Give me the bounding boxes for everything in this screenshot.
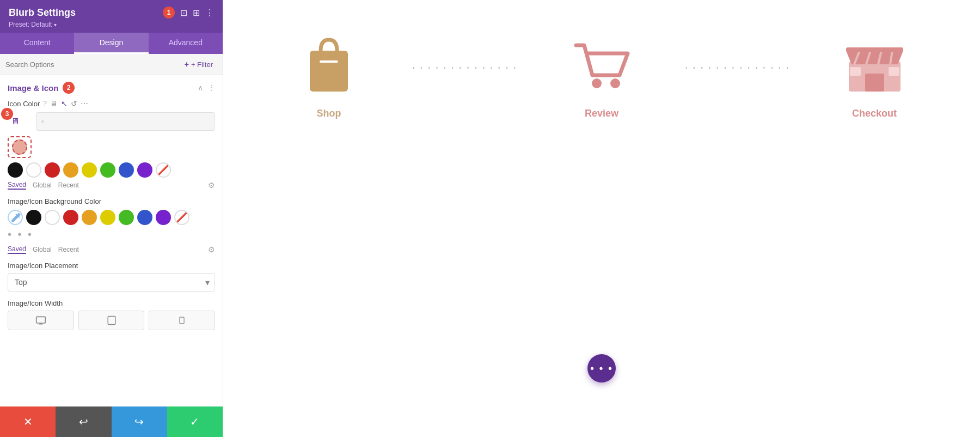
- width-btn-desktop[interactable]: [8, 311, 74, 330]
- checkout-icon-wrap: [842, 33, 907, 98]
- action-bar: ✕ ↩ ↪ ✓: [0, 406, 223, 437]
- separator-1: • • • • • • • • • • • • • •: [413, 59, 518, 93]
- bg-swatch-blue[interactable]: [137, 210, 152, 225]
- bg-swatch-orange[interactable]: [82, 210, 97, 225]
- swatch-transparent[interactable]: [156, 162, 171, 178]
- search-input[interactable]: [5, 60, 180, 69]
- checkout-label: Checkout: [852, 108, 897, 119]
- icon-color-swatches-main: [8, 162, 215, 178]
- undo-button[interactable]: ↩: [56, 406, 111, 437]
- width-btn-mobile[interactable]: [149, 311, 215, 330]
- svg-point-8: [610, 78, 620, 88]
- svg-rect-15: [850, 67, 861, 76]
- tab-content[interactable]: Content: [0, 33, 74, 54]
- panel-body: Image & Icon 2 ∧ ⋮ Icon Color ? 🖥 ↖ ↺ ⋯ …: [0, 75, 223, 406]
- bg-swatch-green[interactable]: [119, 210, 134, 225]
- swatch-blue[interactable]: [119, 162, 134, 178]
- swatch-purple[interactable]: [137, 162, 152, 178]
- bg-swatch-transparent[interactable]: [174, 210, 189, 225]
- right-panel: Shop • • • • • • • • • • • • • • Review …: [223, 0, 980, 437]
- preset-arrow[interactable]: ▾: [54, 22, 57, 28]
- cancel-button[interactable]: ✕: [0, 406, 56, 437]
- svg-rect-17: [846, 47, 903, 52]
- bg-swatch-red[interactable]: [63, 210, 78, 225]
- saved-tab[interactable]: Saved: [8, 181, 26, 190]
- confirm-icon: ✓: [190, 415, 199, 428]
- width-section: Image/Icon Width: [8, 299, 215, 330]
- icon-color-row: Icon Color ? 🖥 ↖ ↺ ⋯: [8, 99, 215, 108]
- placement-select[interactable]: Top Left Right: [8, 273, 215, 292]
- section-controls: ∧ ⋮: [198, 83, 215, 92]
- more-dots[interactable]: • • •: [8, 228, 33, 241]
- grid-icon[interactable]: ⊞: [193, 8, 200, 18]
- dots-1: • • • • • • • • • • • • • •: [413, 65, 518, 71]
- separator-2: • • • • • • • • • • • • • •: [685, 59, 791, 93]
- bg-color-settings-gear[interactable]: ⚙: [208, 245, 215, 254]
- confirm-button[interactable]: ✓: [167, 406, 223, 437]
- tab-advanced[interactable]: Advanced: [149, 33, 223, 54]
- reset-icon[interactable]: ↺: [71, 99, 77, 108]
- collapse-icon[interactable]: ∧: [198, 83, 203, 92]
- width-label: Image/Icon Width: [8, 299, 215, 307]
- svg-rect-3: [108, 317, 115, 325]
- bg-swatch-black[interactable]: [26, 210, 41, 225]
- more-ctrl-icon[interactable]: ⋯: [81, 99, 88, 108]
- color-settings-gear[interactable]: ⚙: [208, 181, 215, 190]
- blurb-review: Review: [518, 33, 685, 119]
- cancel-icon: ✕: [23, 415, 33, 428]
- blurb-checkout: Checkout: [791, 33, 958, 119]
- device-row: 3 🖥 ⌖: [8, 112, 215, 131]
- color-hex-input[interactable]: ⌖: [36, 112, 215, 131]
- bg-swatch-eyedropper[interactable]: [8, 210, 23, 225]
- badge-3: 3: [1, 108, 13, 120]
- section-more-icon[interactable]: ⋮: [207, 83, 215, 92]
- bg-global-tab[interactable]: Global: [33, 246, 52, 253]
- help-icon[interactable]: ?: [43, 100, 47, 107]
- shop-bag-icon: [302, 34, 356, 97]
- image-icon-section-header: Image & Icon 2 ∧ ⋮: [8, 82, 215, 94]
- desktop-icon[interactable]: 🖥: [50, 99, 58, 108]
- swatch-pink[interactable]: [12, 139, 27, 155]
- global-tab[interactable]: Global: [33, 181, 52, 189]
- expand-icon[interactable]: ⊡: [180, 8, 187, 18]
- more-icon[interactable]: ⋮: [205, 8, 214, 18]
- bg-recent-tab[interactable]: Recent: [58, 246, 79, 253]
- blurb-icons-row: Shop • • • • • • • • • • • • • • Review …: [223, 33, 980, 119]
- icon-color-label: Icon Color: [8, 100, 40, 108]
- preset-row: Preset: Default ▾: [9, 21, 214, 28]
- redo-button[interactable]: ↪: [112, 406, 167, 437]
- width-btn-tablet[interactable]: [78, 311, 145, 330]
- bg-saved-tab[interactable]: Saved: [8, 245, 26, 254]
- swatch-red[interactable]: [45, 162, 60, 178]
- blurb-shop: Shop: [245, 33, 413, 119]
- swatch-yellow[interactable]: [82, 162, 97, 178]
- recent-tab[interactable]: Recent: [58, 181, 79, 189]
- width-controls: [8, 311, 215, 330]
- swatch-white[interactable]: [26, 162, 41, 178]
- tab-design[interactable]: Design: [74, 33, 148, 54]
- placement-label: Image/Icon Placement: [8, 262, 215, 270]
- svg-rect-16: [889, 67, 899, 76]
- badge-1: 1: [163, 7, 175, 19]
- review-cart-icon: [571, 34, 633, 97]
- bg-swatch-white[interactable]: [45, 210, 60, 225]
- swatch-green[interactable]: [100, 162, 115, 178]
- floating-more-button[interactable]: • • •: [587, 354, 616, 383]
- floating-more-icon: • • •: [590, 362, 613, 375]
- panel-header: Blurb Settings 1 ⊡ ⊞ ⋮ Preset: Default ▾: [0, 0, 223, 33]
- filter-label: + Filter: [191, 60, 213, 69]
- cursor-icon[interactable]: ↖: [61, 99, 68, 108]
- bg-color-swatches: [8, 210, 215, 225]
- swatch-black[interactable]: [8, 162, 23, 178]
- more-dots-row: • • •: [8, 228, 215, 241]
- review-icon-wrap: [569, 33, 634, 98]
- swatch-orange[interactable]: [63, 162, 78, 178]
- left-panel: Blurb Settings 1 ⊡ ⊞ ⋮ Preset: Default ▾…: [0, 0, 223, 437]
- dots-2: • • • • • • • • • • • • • •: [685, 65, 791, 71]
- icon-color-swatches: [12, 139, 27, 155]
- panel-title: Blurb Settings: [9, 7, 76, 19]
- bg-swatch-yellow[interactable]: [100, 210, 115, 225]
- filter-button[interactable]: + + Filter: [180, 58, 217, 70]
- bg-swatch-purple[interactable]: [156, 210, 171, 225]
- search-bar: + + Filter: [0, 54, 223, 75]
